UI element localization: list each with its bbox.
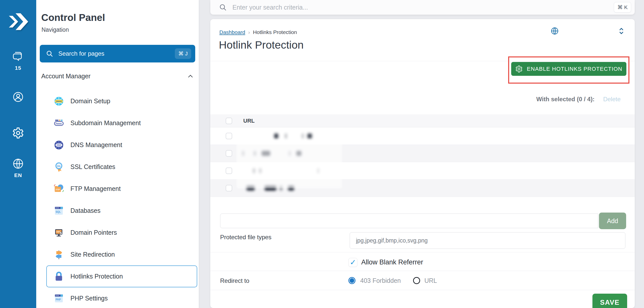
svg-text:PHP: PHP	[56, 298, 61, 301]
check-icon: ✓	[350, 259, 356, 266]
ssl-icon: SSL	[53, 161, 64, 173]
redacted-url-text	[307, 133, 312, 139]
redacted-url-text	[288, 186, 294, 191]
domain-globe-icon[interactable]	[550, 27, 559, 35]
redacted-url-text	[262, 151, 270, 156]
redacted-url-text	[265, 186, 276, 191]
sidebar-item-domain-setup[interactable]: WWWDomain Setup	[46, 90, 197, 112]
sidebar-item-domain-pointers[interactable]: wwwDomain Pointers	[46, 222, 197, 244]
url-table-row	[210, 180, 635, 197]
sidebar-search-placeholder: Search for pages	[58, 50, 175, 57]
sidebar-item-label: Site Redirection	[70, 251, 115, 258]
with-selected-row: With selected (0 / 4): Delete	[536, 96, 621, 103]
sidebar-item-ftp-management[interactable]: FTPFTP Management	[46, 178, 197, 200]
sidebar-subtitle: Navigation	[42, 26, 69, 33]
user-icon[interactable]	[12, 91, 24, 103]
radio-url[interactable]	[413, 277, 420, 284]
svg-text:SSL: SSL	[57, 165, 61, 167]
global-search-placeholder: Enter your search criteria...	[232, 4, 614, 11]
php-icon: PHP	[53, 293, 64, 304]
search-icon	[46, 50, 53, 57]
breadcrumb-separator: ›	[248, 29, 250, 35]
sidebar-item-dns-management[interactable]: DNSDNS Management	[46, 134, 197, 156]
select-all-checkbox[interactable]	[226, 118, 232, 124]
divider	[210, 290, 635, 290]
url-table-header: URL	[210, 114, 635, 127]
dns-icon: DNS	[53, 140, 64, 151]
allow-blank-referrer-checkbox[interactable]: ✓	[348, 258, 357, 267]
hotlinks-icon	[53, 271, 64, 282]
messages-icon[interactable]	[12, 50, 24, 62]
breadcrumb-item-dashboard[interactable]: Dashboard	[219, 29, 245, 35]
sidebar-item-subdomain-management[interactable]: //www.Subdomain Management	[46, 112, 197, 134]
url-table-row	[210, 127, 635, 145]
row-checkbox[interactable]	[226, 133, 232, 139]
global-search-shortcut: ⌘ K	[614, 2, 631, 13]
save-button[interactable]: SAVE	[592, 294, 627, 308]
language-code-label: EN	[0, 172, 36, 178]
app-rail: 15 EN	[0, 0, 36, 308]
settings-gear-icon[interactable]	[12, 127, 24, 139]
navigation-sidebar: Control Panel Navigation Search for page…	[36, 0, 199, 308]
global-search-bar[interactable]: Enter your search criteria... ⌘ K	[210, 0, 635, 15]
domain-setup-icon: WWW	[53, 96, 64, 107]
site-redirection-icon	[53, 249, 64, 260]
row-checkbox[interactable]	[226, 150, 232, 157]
svg-text:SQL: SQL	[56, 211, 61, 213]
search-icon	[219, 3, 227, 11]
sidebar-item-label: Databases	[70, 207, 101, 214]
sidebar-item-label: Domain Setup	[70, 97, 110, 105]
sidebar-item-label: Hotlinks Protection	[70, 273, 123, 280]
url-table-row	[210, 162, 635, 180]
redacted-url-text	[289, 151, 291, 156]
row-checkbox[interactable]	[226, 167, 232, 174]
allow-blank-referrer-label: Allow Blank Referrer	[361, 258, 423, 266]
sidebar-item-php-settings[interactable]: PHPPHP Settings	[46, 287, 197, 308]
messages-count-badge: 15	[0, 65, 36, 71]
radio-url-label: URL	[424, 277, 437, 284]
redacted-url-text	[317, 168, 319, 173]
app-logo[interactable]	[6, 9, 31, 37]
sidebar-item-databases[interactable]: SQLDatabases	[46, 200, 197, 222]
url-table-row	[210, 145, 635, 162]
subdomain-icon: //www.	[53, 118, 64, 129]
add-url-button[interactable]: Add	[599, 213, 626, 229]
radio-403-forbidden-label: 403 Forbidden	[360, 277, 401, 284]
section-label: Account Manager	[41, 73, 91, 80]
protected-file-types-input[interactable]	[350, 232, 625, 249]
language-globe-icon[interactable]	[12, 158, 24, 170]
sidebar-item-label: SSL Certificates	[70, 163, 115, 170]
divider	[210, 271, 635, 271]
sidebar-search[interactable]: Search for pages ⌘ J	[40, 45, 195, 62]
redacted-url-text	[285, 133, 287, 139]
save-button-label: SAVE	[600, 299, 620, 306]
section-account-manager[interactable]: Account Manager	[41, 73, 194, 80]
redacted-url-text	[253, 168, 255, 173]
url-column-header: URL	[243, 118, 255, 124]
sidebar-item-hotlinks-protection[interactable]: Hotlinks Protection	[46, 265, 197, 287]
breadcrumb: Dashboard›Hotlinks Protection	[219, 29, 297, 35]
sidebar-search-shortcut: ⌘ J	[175, 48, 191, 59]
divider	[210, 252, 635, 252]
sidebar-item-label: Subdomain Management	[70, 119, 141, 127]
redacted-url-text	[259, 168, 261, 173]
sidebar-title: Control Panel	[41, 12, 105, 23]
collapse-expand-icon[interactable]	[618, 27, 625, 35]
radio-403-forbidden[interactable]	[348, 277, 355, 284]
redacted-url-text	[247, 186, 255, 191]
row-checkbox[interactable]	[226, 185, 232, 191]
enable-button-label: ENABLE HOTLINKS PROTECTION	[527, 66, 622, 72]
svg-text:www: www	[56, 231, 60, 232]
svg-text://www.: //www.	[56, 123, 62, 125]
enable-hotlinks-protection-button[interactable]: ENABLE HOTLINKS PROTECTION	[511, 62, 626, 76]
redacted-url-text	[242, 151, 244, 156]
sidebar-item-ssl-certificates[interactable]: SSLSSL Certificates	[46, 156, 197, 178]
protected-file-types-label: Protected file types	[220, 234, 271, 241]
redacted-url-text	[296, 151, 301, 156]
delete-selected-button[interactable]: Delete	[603, 96, 621, 103]
breadcrumb-item-hotlinks-protection: Hotlinks Protection	[253, 29, 297, 35]
new-url-input[interactable]	[220, 214, 598, 228]
chevron-up-icon	[187, 73, 194, 80]
sidebar-item-label: FTP Management	[70, 185, 121, 192]
sidebar-item-site-redirection[interactable]: Site Redirection	[46, 244, 197, 265]
